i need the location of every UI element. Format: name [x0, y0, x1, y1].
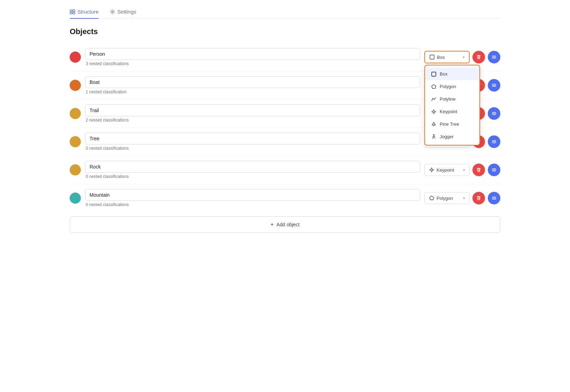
menu-icon-person [491, 54, 497, 60]
menu-icon-tree [491, 139, 497, 144]
objects-list: 3 nested classifications Box [70, 43, 500, 212]
dropdown-label-polygon: Polygon [440, 84, 456, 89]
menu-icon-trail [491, 111, 497, 116]
svg-rect-22 [492, 58, 496, 59]
svg-rect-0 [70, 10, 72, 11]
trash-icon-rock [476, 167, 482, 173]
object-name-input-person[interactable] [85, 48, 420, 60]
color-dot-person [70, 52, 81, 63]
structure-icon [70, 8, 75, 15]
tab-structure-label: Structure [77, 9, 99, 15]
svg-rect-20 [492, 56, 496, 56]
type-btn-mountain[interactable]: Polygon ▾ [424, 192, 470, 204]
menu-btn-rock[interactable] [488, 164, 500, 176]
svg-rect-55 [492, 197, 496, 197]
type-selector-person: Box ▾ Box [424, 51, 470, 64]
svg-marker-14 [432, 122, 436, 125]
object-name-input-boat[interactable] [85, 76, 420, 88]
dropdown-label-keypoint: Keypoint [440, 109, 457, 114]
dropdown-item-keypoint[interactable]: Keypoint [425, 105, 479, 118]
type-label-person: Box [437, 55, 445, 60]
trash-icon-person [476, 54, 482, 60]
svg-rect-33 [492, 113, 496, 114]
object-info-person: 3 nested classifications [85, 48, 420, 66]
svg-rect-3 [73, 12, 75, 14]
delete-btn-rock[interactable] [472, 164, 485, 176]
keypoint-icon [431, 108, 437, 115]
object-info-rock: 0 nested classifications [85, 161, 420, 179]
gear-icon [110, 8, 115, 15]
menu-icon-mountain [491, 195, 497, 201]
object-name-input-tree[interactable] [85, 133, 420, 144]
menu-icon-rock [491, 167, 497, 173]
color-dot-mountain [70, 193, 81, 204]
svg-point-17 [433, 135, 434, 136]
menu-btn-person[interactable] [488, 51, 500, 63]
object-info-tree: 0 nested classifications [85, 133, 420, 151]
add-object-button[interactable]: + Add object [70, 216, 500, 233]
dropdown-item-polyline[interactable]: Polyline [425, 93, 479, 105]
dropdown-label-jogger: Jogger [440, 134, 454, 139]
chevron-icon-person: ▾ [463, 55, 465, 60]
menu-btn-boat[interactable] [488, 79, 500, 92]
menu-icon-boat [491, 83, 497, 88]
add-object-label: Add object [277, 222, 300, 227]
svg-point-42 [431, 169, 433, 171]
delete-btn-mountain[interactable] [472, 192, 485, 204]
type-btn-rock[interactable]: Keypoint ▾ [424, 164, 470, 176]
svg-rect-49 [492, 168, 496, 169]
menu-btn-mountain[interactable] [488, 192, 500, 204]
svg-rect-51 [492, 171, 496, 172]
page-title: Objects [70, 27, 500, 36]
chevron-icon-mountain: ▾ [463, 196, 465, 201]
nested-label-rock: 0 nested classifications [85, 174, 420, 179]
menu-btn-tree[interactable] [488, 135, 500, 148]
type-label-mountain: Polygon [437, 196, 453, 201]
nested-label-tree: 0 nested classifications [85, 146, 420, 151]
row-actions-person: Box ▾ Box [424, 51, 500, 64]
polyline-icon [431, 96, 437, 102]
dropdown-item-jogger[interactable]: Jogger [425, 130, 479, 143]
dropdown-label-pinetree: Pine Tree [440, 121, 459, 127]
box-icon [431, 71, 437, 77]
jogger-icon [431, 133, 437, 140]
nested-label-boat: 1 nested classification [85, 89, 420, 94]
svg-rect-50 [492, 170, 496, 170]
svg-rect-40 [492, 141, 496, 142]
object-name-input-rock[interactable] [85, 161, 420, 173]
type-btn-person[interactable]: Box ▾ [424, 51, 470, 64]
dropdown-item-polygon[interactable]: Polygon [425, 80, 479, 93]
svg-rect-26 [492, 84, 496, 85]
svg-point-15 [433, 123, 433, 124]
dropdown-item-pinetree[interactable]: Pine Tree [425, 118, 479, 130]
type-label-rock: Keypoint [437, 167, 454, 173]
svg-rect-32 [492, 112, 496, 113]
nested-label-person: 3 nested classifications [85, 61, 420, 66]
object-name-input-trail[interactable] [85, 104, 420, 116]
color-dot-boat [70, 80, 81, 91]
svg-rect-39 [492, 140, 496, 141]
svg-rect-28 [492, 86, 496, 87]
tab-structure[interactable]: Structure [70, 8, 99, 19]
keypoint-icon-rock [429, 167, 434, 173]
object-name-input-mountain[interactable] [85, 189, 420, 201]
object-row-rock: 0 nested classifications [70, 156, 500, 184]
polygon-icon-mountain [429, 195, 434, 201]
svg-marker-7 [432, 85, 436, 88]
svg-rect-57 [492, 199, 496, 200]
object-info-mountain: 0 nested classifications [85, 189, 420, 207]
tab-bar: Structure Settings [70, 8, 500, 19]
row-actions-rock: Keypoint ▾ [424, 164, 500, 176]
nested-label-trail: 2 nested classifications [85, 118, 420, 123]
svg-rect-1 [73, 10, 75, 11]
svg-rect-27 [492, 85, 496, 86]
polygon-icon [431, 83, 437, 89]
menu-btn-trail[interactable] [488, 107, 500, 120]
pinetree-icon [431, 121, 437, 127]
type-icon-person-box [429, 54, 435, 60]
delete-btn-person[interactable] [472, 51, 485, 63]
svg-rect-2 [70, 12, 72, 14]
dropdown-item-box[interactable]: Box [425, 68, 479, 80]
type-selector-rock: Keypoint ▾ [424, 164, 470, 176]
tab-settings[interactable]: Settings [110, 8, 136, 19]
